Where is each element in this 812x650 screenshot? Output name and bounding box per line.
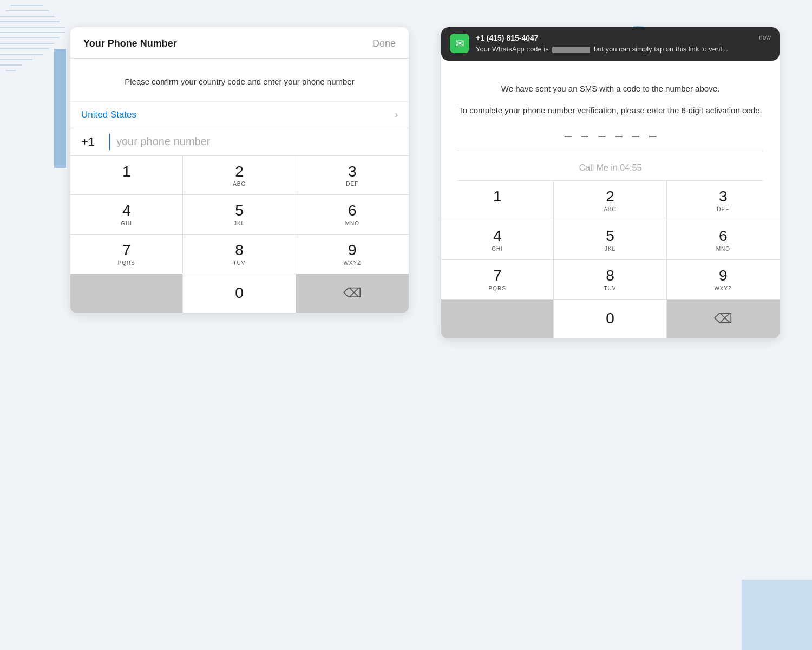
verification-instructions: We have sent you an SMS with a code to t…	[457, 82, 763, 117]
phone-placeholder[interactable]: your phone number	[116, 135, 210, 148]
code-dash-1[interactable]: –	[564, 128, 571, 143]
key-2[interactable]: 2 ABC	[183, 156, 296, 196]
screen1-title: Your Phone Number	[83, 38, 177, 49]
verification-screen: ✉ +1 (415) 815-4047 now Your WhatsApp co…	[441, 27, 780, 339]
code-dash-row: – – – – – –	[457, 128, 763, 151]
key-backspace[interactable]: ⌫	[296, 274, 409, 313]
key2-5[interactable]: 5 JKL	[554, 220, 666, 260]
key2-2[interactable]: 2 ABC	[554, 181, 666, 220]
key2-7[interactable]: 7 PQRS	[441, 260, 554, 300]
screen2-body: We have sent you an SMS with a code to t…	[441, 72, 780, 181]
backspace-icon: ⌫	[343, 285, 362, 301]
key-1[interactable]: 1	[70, 156, 183, 196]
key-0[interactable]: 0	[183, 274, 296, 313]
key-9[interactable]: 9 WXYZ	[296, 235, 409, 274]
key2-empty	[441, 300, 554, 339]
decorative-rect-bottom-right	[742, 580, 812, 650]
key2-6[interactable]: 6 MNO	[667, 220, 780, 260]
decorative-rect-left	[54, 49, 66, 168]
key-6[interactable]: 6 MNO	[296, 195, 409, 235]
key2-1[interactable]: 1	[441, 181, 554, 220]
backspace-icon-2: ⌫	[714, 311, 732, 326]
screen1-keypad: 1 2 ABC 3 DEF 4 GHI 5 JKL 6 MNO	[70, 156, 409, 313]
sms-header-row: +1 (415) 815-4047 now	[476, 34, 771, 42]
key2-0[interactable]: 0	[554, 300, 666, 339]
verification-text-line2: To complete your phone number verificati…	[457, 104, 763, 117]
country-selector[interactable]: United States ›	[70, 102, 409, 128]
message-icon: ✉	[455, 37, 464, 50]
sms-content: +1 (415) 815-4047 now Your WhatsApp code…	[476, 34, 771, 54]
sms-blurred-code	[552, 47, 590, 53]
key-5[interactable]: 5 JKL	[183, 195, 296, 235]
key2-8[interactable]: 8 TUV	[554, 260, 666, 300]
sms-notification: ✉ +1 (415) 815-4047 now Your WhatsApp co…	[441, 27, 780, 61]
key2-9[interactable]: 9 WXYZ	[667, 260, 780, 300]
key2-3[interactable]: 3 DEF	[667, 181, 780, 220]
chevron-right-icon: ›	[395, 110, 398, 120]
sms-time: now	[759, 34, 771, 42]
done-button[interactable]: Done	[372, 38, 396, 49]
sms-app-icon: ✉	[450, 34, 469, 53]
input-cursor	[109, 134, 110, 150]
key2-backspace[interactable]: ⌫	[667, 300, 780, 339]
key-4[interactable]: 4 GHI	[70, 195, 183, 235]
key-empty	[70, 274, 183, 313]
code-dash-3[interactable]: –	[598, 128, 605, 143]
screen2-keypad: 1 2 ABC 3 DEF 4 GHI 5 JKL 6 MNO	[441, 181, 780, 338]
call-me-button[interactable]: Call Me in 04:55	[457, 155, 763, 181]
screen1-description: Please confirm your country code and ent…	[70, 58, 409, 102]
code-dash-2[interactable]: –	[581, 128, 588, 143]
key-7[interactable]: 7 PQRS	[70, 235, 183, 274]
code-dash-4[interactable]: –	[615, 128, 623, 143]
verification-text-line1: We have sent you an SMS with a code to t…	[457, 82, 763, 95]
code-dash-6[interactable]: –	[649, 128, 656, 143]
country-name: United States	[81, 109, 136, 120]
key2-4[interactable]: 4 GHI	[441, 220, 554, 260]
phone-input-row: +1 your phone number	[70, 128, 409, 156]
code-dash-5[interactable]: –	[632, 128, 639, 143]
key-8[interactable]: 8 TUV	[183, 235, 296, 274]
main-container: Your Phone Number Done Please confirm yo…	[70, 27, 780, 339]
phone-number-screen: Your Phone Number Done Please confirm yo…	[70, 27, 409, 313]
country-code: +1	[81, 135, 103, 149]
key-3[interactable]: 3 DEF	[296, 156, 409, 196]
screen1-header: Your Phone Number Done	[70, 27, 409, 58]
sms-message-text: Your WhatsApp code is but you can simply…	[476, 44, 771, 54]
sms-phone-number: +1 (415) 815-4047	[476, 34, 539, 42]
